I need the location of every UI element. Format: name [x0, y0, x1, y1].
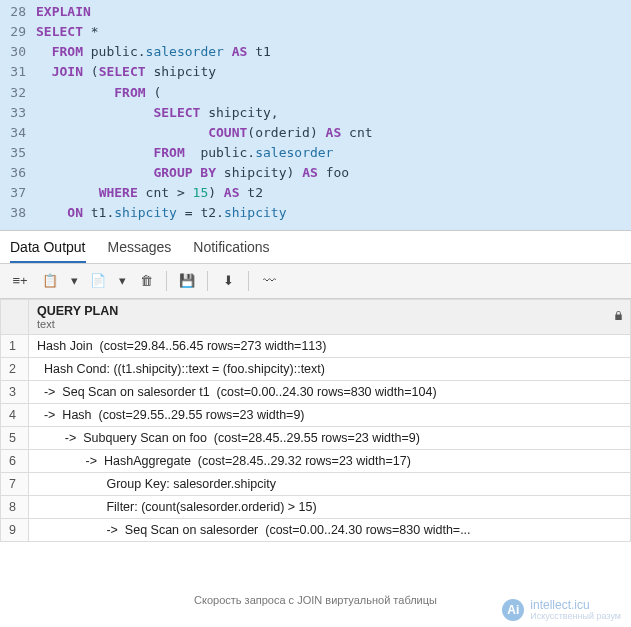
- paste-icon: 📄: [90, 273, 106, 288]
- line-code[interactable]: COUNT(orderid) AS cnt: [36, 123, 631, 143]
- output-tabs: Data OutputMessagesNotifications: [0, 231, 631, 264]
- delete-button[interactable]: 🗑: [132, 268, 160, 294]
- editor-line[interactable]: 29SELECT *: [0, 22, 631, 42]
- row-number: 9: [1, 518, 29, 541]
- download-button[interactable]: ⬇: [214, 268, 242, 294]
- line-number: 35: [0, 143, 36, 163]
- save-button[interactable]: 💾: [173, 268, 201, 294]
- editor-line[interactable]: 36 GROUP BY shipcity) AS foo: [0, 163, 631, 183]
- editor-line[interactable]: 32 FROM (: [0, 83, 631, 103]
- line-number: 28: [0, 2, 36, 22]
- row-number: 5: [1, 426, 29, 449]
- row-number: 8: [1, 495, 29, 518]
- figure-caption: Скорость запроса с JOIN виртуальной табл…: [0, 588, 631, 608]
- line-number: 37: [0, 183, 36, 203]
- tab-data-output[interactable]: Data Output: [10, 239, 86, 263]
- line-code[interactable]: EXPLAIN: [36, 2, 631, 22]
- line-number: 33: [0, 103, 36, 123]
- table-row[interactable]: 8 Filter: (count(salesorder.orderid) > 1…: [1, 495, 631, 518]
- paste-button[interactable]: 📄: [84, 268, 112, 294]
- line-number: 31: [0, 62, 36, 82]
- copy-icon: 📋: [42, 273, 58, 288]
- download-icon: ⬇: [223, 273, 234, 288]
- line-code[interactable]: FROM public.salesorder AS t1: [36, 42, 631, 62]
- tab-notifications[interactable]: Notifications: [193, 239, 269, 263]
- plan-cell[interactable]: Hash Cond: ((t1.shipcity)::text = (foo.s…: [29, 357, 631, 380]
- line-code[interactable]: SELECT shipcity,: [36, 103, 631, 123]
- chart-icon: 〰: [263, 273, 276, 288]
- chevron-down-icon: ▾: [71, 273, 78, 288]
- line-code[interactable]: WHERE cnt > 15) AS t2: [36, 183, 631, 203]
- table-row[interactable]: 1Hash Join (cost=29.84..56.45 rows=273 w…: [1, 334, 631, 357]
- table-row[interactable]: 7 Group Key: salesorder.shipcity: [1, 472, 631, 495]
- editor-line[interactable]: 30 FROM public.salesorder AS t1: [0, 42, 631, 62]
- table-row[interactable]: 4 -> Hash (cost=29.55..29.55 rows=23 wid…: [1, 403, 631, 426]
- add-row-button[interactable]: ≡+: [6, 268, 34, 294]
- line-number: 34: [0, 123, 36, 143]
- line-number: 30: [0, 42, 36, 62]
- line-code[interactable]: JOIN (SELECT shipcity: [36, 62, 631, 82]
- copy-dropdown[interactable]: ▾: [66, 268, 82, 294]
- editor-line[interactable]: 33 SELECT shipcity,: [0, 103, 631, 123]
- editor-line[interactable]: 31 JOIN (SELECT shipcity: [0, 62, 631, 82]
- plan-cell[interactable]: Hash Join (cost=29.84..56.45 rows=273 wi…: [29, 334, 631, 357]
- table-row[interactable]: 3 -> Seq Scan on salesorder t1 (cost=0.0…: [1, 380, 631, 403]
- editor-line[interactable]: 28EXPLAIN: [0, 2, 631, 22]
- plan-cell[interactable]: Filter: (count(salesorder.orderid) > 15): [29, 495, 631, 518]
- row-number: 2: [1, 357, 29, 380]
- plan-cell[interactable]: -> Seq Scan on salesorder t1 (cost=0.00.…: [29, 380, 631, 403]
- rownum-header: [1, 299, 29, 334]
- watermark-subtext: Искусственный разум: [530, 612, 621, 621]
- line-code[interactable]: FROM public.salesorder: [36, 143, 631, 163]
- editor-line[interactable]: 35 FROM public.salesorder: [0, 143, 631, 163]
- line-number: 32: [0, 83, 36, 103]
- row-number: 4: [1, 403, 29, 426]
- tab-messages[interactable]: Messages: [108, 239, 172, 263]
- add-row-icon: ≡+: [12, 273, 27, 288]
- trash-icon: 🗑: [140, 273, 153, 288]
- table-row[interactable]: 9 -> Seq Scan on salesorder (cost=0.00..…: [1, 518, 631, 541]
- line-code[interactable]: GROUP BY shipcity) AS foo: [36, 163, 631, 183]
- plan-cell[interactable]: -> HashAggregate (cost=28.45..29.32 rows…: [29, 449, 631, 472]
- plan-cell[interactable]: Group Key: salesorder.shipcity: [29, 472, 631, 495]
- lock-icon: [613, 310, 624, 324]
- copy-button[interactable]: 📋: [36, 268, 64, 294]
- line-number: 36: [0, 163, 36, 183]
- chart-button[interactable]: 〰: [255, 268, 283, 294]
- toolbar-separator: [166, 271, 167, 291]
- sql-editor[interactable]: 28EXPLAIN29SELECT *30 FROM public.saleso…: [0, 0, 631, 231]
- row-number: 1: [1, 334, 29, 357]
- toolbar-separator: [248, 271, 249, 291]
- editor-line[interactable]: 38 ON t1.shipcity = t2.shipcity: [0, 203, 631, 223]
- paste-dropdown[interactable]: ▾: [114, 268, 130, 294]
- table-row[interactable]: 2 Hash Cond: ((t1.shipcity)::text = (foo…: [1, 357, 631, 380]
- result-grid[interactable]: QUERY PLAN text 1Hash Join (cost=29.84..…: [0, 299, 631, 588]
- row-number: 6: [1, 449, 29, 472]
- row-number: 3: [1, 380, 29, 403]
- line-code[interactable]: ON t1.shipcity = t2.shipcity: [36, 203, 631, 223]
- column-header-type: text: [37, 318, 622, 330]
- plan-cell[interactable]: -> Seq Scan on salesorder (cost=0.00..24…: [29, 518, 631, 541]
- toolbar-separator: [207, 271, 208, 291]
- table-row[interactable]: 5 -> Subquery Scan on foo (cost=28.45..2…: [1, 426, 631, 449]
- row-number: 7: [1, 472, 29, 495]
- line-code[interactable]: FROM (: [36, 83, 631, 103]
- plan-cell[interactable]: -> Hash (cost=29.55..29.55 rows=23 width…: [29, 403, 631, 426]
- column-header-queryplan[interactable]: QUERY PLAN text: [29, 299, 631, 334]
- chevron-down-icon: ▾: [119, 273, 126, 288]
- editor-line[interactable]: 34 COUNT(orderid) AS cnt: [0, 123, 631, 143]
- line-code[interactable]: SELECT *: [36, 22, 631, 42]
- line-number: 38: [0, 203, 36, 223]
- plan-cell[interactable]: -> Subquery Scan on foo (cost=28.45..29.…: [29, 426, 631, 449]
- column-header-label: QUERY PLAN: [37, 304, 118, 318]
- line-number: 29: [0, 22, 36, 42]
- output-toolbar: ≡+ 📋 ▾ 📄 ▾ 🗑 💾 ⬇ 〰: [0, 264, 631, 299]
- editor-line[interactable]: 37 WHERE cnt > 15) AS t2: [0, 183, 631, 203]
- save-icon: 💾: [179, 273, 195, 288]
- table-row[interactable]: 6 -> HashAggregate (cost=28.45..29.32 ro…: [1, 449, 631, 472]
